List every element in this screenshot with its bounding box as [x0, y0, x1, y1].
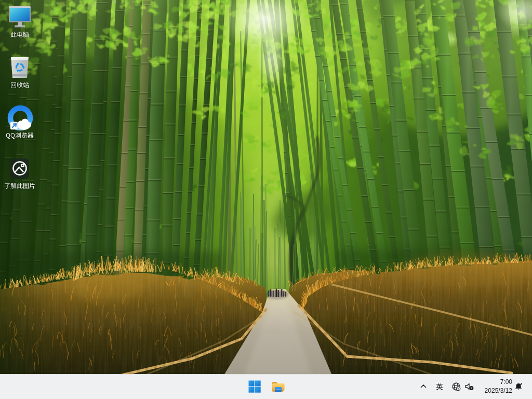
svg-text:z: z	[520, 381, 522, 386]
